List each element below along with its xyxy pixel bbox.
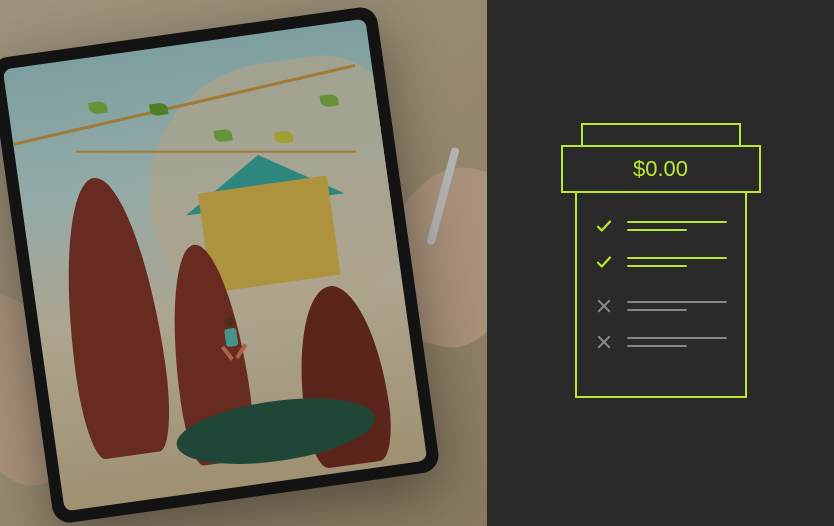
x-icon	[595, 333, 613, 351]
receipt-row	[595, 217, 727, 235]
receipt-price: $0.00	[633, 156, 688, 182]
receipt-row	[595, 253, 727, 271]
receipt-top-edge	[581, 123, 741, 145]
check-icon	[595, 253, 613, 271]
x-icon	[595, 297, 613, 315]
receipt-body	[575, 193, 747, 398]
receipt-header: $0.00	[561, 145, 761, 193]
check-icon	[595, 217, 613, 235]
receipt-row	[595, 297, 727, 315]
receipt-row	[595, 333, 727, 351]
pricing-panel: $0.00	[487, 0, 834, 526]
receipt-illustration: $0.00	[561, 123, 761, 403]
hero-image	[0, 0, 487, 526]
